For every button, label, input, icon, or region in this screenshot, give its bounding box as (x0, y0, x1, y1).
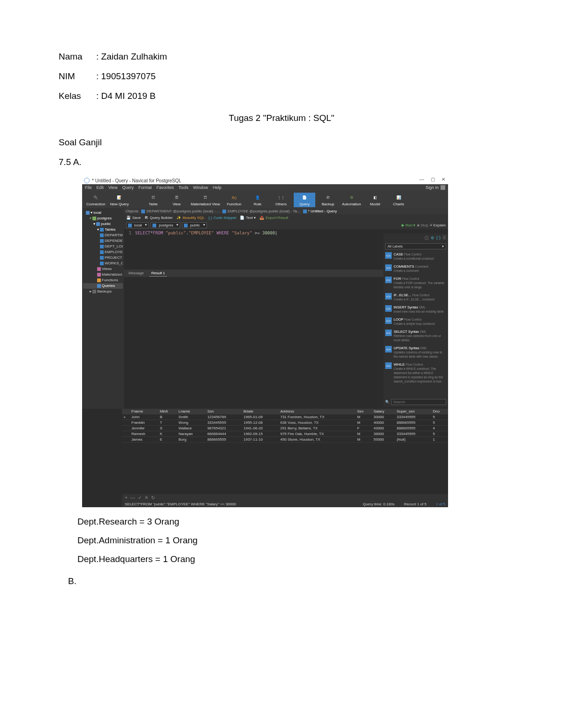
tab-objects[interactable]: Objects (126, 209, 138, 213)
col-ssn[interactable]: Ssn (205, 409, 242, 414)
tree-table-deptloc[interactable]: DEPT_LOCATION (83, 244, 123, 249)
run-button[interactable]: ▶ Run ▾ (402, 223, 415, 227)
delete-row-button[interactable]: — (130, 495, 135, 500)
tree-views[interactable]: Views (83, 266, 123, 272)
col-bdate[interactable]: Bdate (242, 409, 278, 414)
toolbar-role[interactable]: 👤Role (247, 193, 268, 207)
tree-tables[interactable]: ▾ Tables (83, 227, 123, 233)
snippet-item[interactable]: <> WHILE Flow ControlCreate a WHILE cons… (385, 362, 446, 383)
snippet-icon: <> (385, 317, 392, 324)
snippet-item[interactable]: <> INSERT Syntax DMLInsert new rows into… (385, 305, 446, 314)
toolbar-connection[interactable]: 🔌Connection (85, 193, 107, 207)
toolbar-function[interactable]: f(x)Function (223, 193, 245, 207)
query-builder-button[interactable]: 🛠 Query Builder (145, 216, 173, 220)
menu-file[interactable]: File (85, 185, 92, 190)
table-row[interactable]: JenniferSWallace9876543211941-06-20291 B… (122, 426, 448, 431)
labels-select[interactable]: All Labels▾ (385, 243, 446, 249)
new-query-icon: 📝 (115, 194, 123, 201)
window-titlebar: * Untitled - Query - Navicat for Postgre… (82, 177, 448, 184)
tree-table-workson[interactable]: WORKS_ON (83, 261, 123, 266)
toolbar-others[interactable]: ⋮⋮Others (270, 193, 292, 207)
table-row[interactable]: JamesEBorg8886655551937-11-10450 Stone, … (122, 437, 448, 443)
text-button[interactable]: 📄 Text ▾ (240, 216, 256, 220)
snippet-item[interactable]: <> FOR Flow ControlCreate a FOR construc… (385, 277, 446, 289)
export-button[interactable]: 📤 Export Result (259, 216, 288, 220)
menu-window[interactable]: Window (193, 185, 208, 190)
toolbar-query[interactable]: 📄Query (294, 193, 315, 207)
tab-query[interactable]: * Untitled - Query (303, 209, 337, 213)
toolbar-charts[interactable]: 📊Charts (388, 193, 410, 207)
window-close-button[interactable]: ✕ (441, 177, 445, 182)
conn-local-combo[interactable]: local (126, 222, 149, 228)
menu-tools[interactable]: Tools (178, 185, 188, 190)
tree-table-dependent[interactable]: DEPENDENT (83, 238, 123, 244)
conn-schema-combo[interactable]: public (182, 222, 207, 228)
save-button[interactable]: 💾 Save (126, 216, 141, 220)
search-icon: 🔍 (385, 400, 389, 404)
tree-database[interactable]: ▾ postgres (83, 216, 123, 221)
panel-mode-icon[interactable]: (ˑ) (436, 235, 441, 241)
tree-schema[interactable]: ▾ public (83, 221, 123, 227)
toolbar-model[interactable]: ◧Model (365, 193, 386, 207)
col-super_ssn[interactable]: Super_ssn (395, 409, 431, 414)
refresh-button[interactable]: ↻ (151, 495, 155, 500)
toolbar-new-query[interactable]: 📝New Query (108, 193, 130, 207)
tab-result1[interactable]: Result 1 (149, 270, 167, 277)
tree-backups[interactable]: ▸ Backups (83, 289, 123, 294)
table-row[interactable]: ▸JohnBSmith1234567891965-01-09731 Fondre… (122, 414, 448, 420)
window-maximize-button[interactable]: ▢ (431, 177, 435, 182)
tree-connection[interactable]: ▾ local (83, 210, 123, 216)
panel-mode-icon[interactable]: ⓘ (425, 235, 429, 241)
beautify-button[interactable]: ✨ Beautify SQL (176, 216, 205, 220)
tree-table-department[interactable]: DEPARTMENT (83, 233, 123, 238)
menu-query[interactable]: Query (122, 185, 134, 190)
toolbar-table[interactable]: ☷Table (143, 193, 164, 207)
window-minimize-button[interactable]: — (419, 177, 424, 182)
table-row[interactable]: RameshKNarayan6668844441962-09-15975 Fir… (122, 431, 448, 437)
col-sex[interactable]: Sex (355, 409, 372, 414)
col-salary[interactable]: Salary (372, 409, 395, 414)
snippet-item[interactable]: <> CASE Flow ControlCreate a conditional… (385, 252, 446, 261)
tab-department[interactable]: DEPARTMENT @postgres.public (local) - ..… (141, 209, 220, 213)
menu-format[interactable]: Format (138, 185, 152, 190)
menu-favorites[interactable]: Favorites (156, 185, 174, 190)
menu-view[interactable]: View (108, 185, 117, 190)
snippet-item[interactable]: <> LOOP Flow ControlCreate a simple loop… (385, 317, 446, 326)
menu-help[interactable]: Help (213, 185, 221, 190)
snippet-item[interactable]: <> IF...ELSE... Flow ControlCreate a IF.… (385, 293, 446, 301)
commit-button[interactable]: ✓ (138, 495, 142, 500)
snippet-item[interactable]: <> COMMENTS CommentCreate a comment (385, 264, 446, 273)
statusbar: SELECT*FROM "public"."EMPLOYEE" WHERE "S… (122, 501, 448, 507)
table-row[interactable]: FranklinTWong3334455551955-12-08638 Voss… (122, 420, 448, 426)
tree-matviews[interactable]: Materialized Views (83, 272, 123, 278)
col-fname[interactable]: Fname (129, 409, 158, 414)
tree-functions[interactable]: Functions (83, 278, 123, 283)
tree-table-project[interactable]: PROJECT (83, 255, 123, 261)
snippet-item[interactable]: <> UPDATE Syntax DMLUpdates columns of e… (385, 346, 446, 359)
explain-button[interactable]: ≡ Explain (430, 223, 446, 227)
sign-in-button[interactable]: Sign In (426, 185, 445, 190)
toolbar-matview[interactable]: ☶Materialized View (190, 193, 222, 207)
add-row-button[interactable]: + (125, 495, 128, 500)
snippet-button[interactable]: { } Code Snippet (208, 216, 236, 220)
search-input[interactable] (391, 399, 446, 405)
cancel-button[interactable]: ✕ (145, 495, 148, 500)
tree-table-employee[interactable]: EMPLOYEE (83, 249, 123, 255)
toolbar-backup[interactable]: ⏱Backup (317, 193, 339, 207)
toolbar-automation[interactable]: ⚙Automation (341, 193, 362, 207)
panel-mode-icon[interactable]: ⊚ (431, 235, 434, 241)
toolbar-view[interactable]: ☰View (166, 193, 188, 207)
conn-db-combo[interactable]: postgres (151, 222, 180, 228)
col-address[interactable]: Address (278, 409, 355, 414)
stop-button[interactable]: ■ Stop (417, 223, 428, 227)
tab-employee[interactable]: EMPLOYEE @postgres.public (local) - Ta..… (222, 209, 300, 213)
tab-message[interactable]: Message (127, 270, 145, 277)
menu-edit[interactable]: Edit (97, 185, 104, 190)
snippet-item[interactable]: <> SELECT Syntax DMLRetrieve rows select… (385, 330, 446, 342)
panel-mode-icon[interactable]: ☰ (442, 235, 446, 241)
col-dno[interactable]: Dno (431, 409, 448, 414)
col-minit[interactable]: Minit (158, 409, 177, 414)
tree-queries[interactable]: Queries (83, 283, 123, 289)
status-time: Query time: 0.180s (363, 502, 395, 506)
col-lname[interactable]: Lname (177, 409, 205, 414)
